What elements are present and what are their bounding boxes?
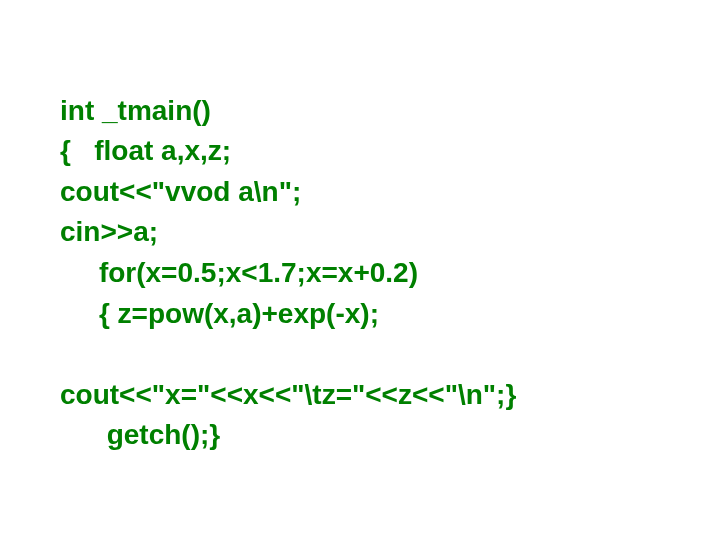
- code-line: int _tmain(): [60, 95, 211, 126]
- code-line: getch();}: [60, 419, 220, 450]
- code-block: int _tmain() { float a,x,z; cout<<"vvod …: [0, 0, 720, 456]
- code-line: cin>>a;: [60, 216, 158, 247]
- code-line: { z=pow(x,a)+exp(-x);: [60, 298, 379, 329]
- code-line: for(x=0.5;x<1.7;x=x+0.2): [60, 257, 418, 288]
- code-line: { float a,x,z;: [60, 135, 231, 166]
- code-line: cout<<"vvod a\n";: [60, 176, 301, 207]
- code-line: cout<<"x="<<x<<"\tz="<<z<<"\n";}: [60, 379, 516, 410]
